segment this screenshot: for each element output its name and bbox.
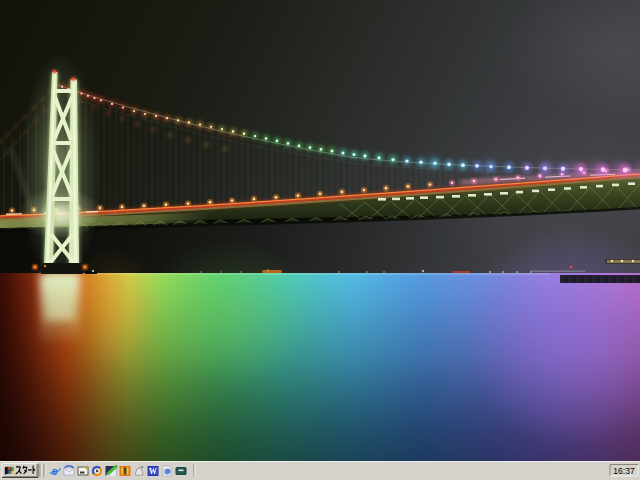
svg-text:W: W <box>149 467 157 476</box>
svg-text:e: e <box>52 465 58 477</box>
svg-text:16:37: 16:37 <box>613 466 635 476</box>
